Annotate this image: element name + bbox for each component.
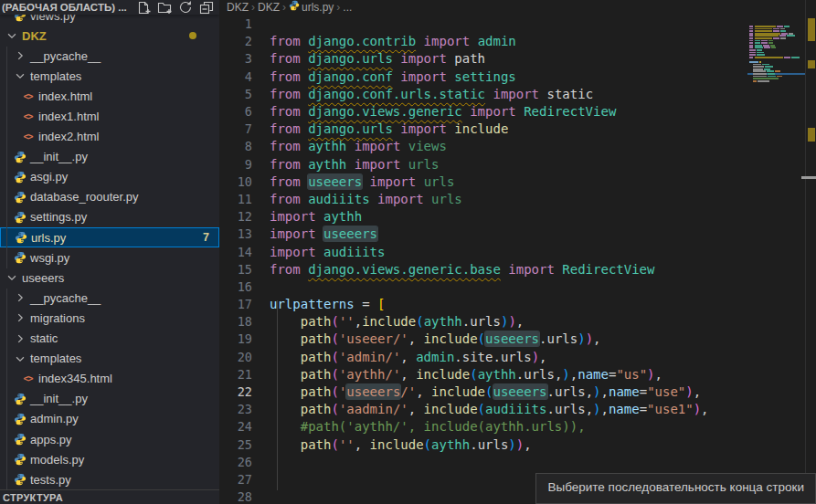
token: .urls, <box>546 402 593 416</box>
code-line-3[interactable]: 3from django.urls import path <box>219 50 816 68</box>
tree-item-settings-py[interactable]: settings.py <box>0 207 219 227</box>
minimap-bar <box>765 66 773 68</box>
code-line-16[interactable]: 16 <box>219 278 816 295</box>
minimap-bar <box>755 33 780 35</box>
code-line-23[interactable]: 23 path('aadmin/', include(audiiits.urls… <box>219 401 816 418</box>
token: 'aythh/' <box>339 367 400 382</box>
token <box>270 367 301 382</box>
line-number: 14 <box>219 245 252 259</box>
tree-item-templates[interactable]: templates <box>0 349 219 369</box>
tree-item-database-roouter-py[interactable]: database_roouter.py <box>0 187 219 207</box>
code-line-4[interactable]: 4from django.conf import settings <box>219 68 816 85</box>
overview-ruler[interactable] <box>805 0 816 504</box>
outline-section-header[interactable]: СТРУКТУРА <box>0 489 219 504</box>
token: ) <box>562 367 569 382</box>
explorer-section-header[interactable]: (РАБОЧАЯ ОБЛАСТЬ) ... <box>0 0 219 15</box>
code-line-22[interactable]: 22 path('useeers/', include(useeers.urls… <box>219 383 816 400</box>
new-file-icon[interactable] <box>136 0 151 15</box>
tree-item--pycache-[interactable]: __pycache__ <box>0 46 219 66</box>
code-line-2[interactable]: 2from django.contrib import admin <box>219 33 816 50</box>
code-line-15[interactable]: 15from django.views.generic.base import … <box>219 260 816 278</box>
tree-item-index345-html[interactable]: <>index345.html <box>0 369 219 389</box>
token: path <box>301 402 332 416</box>
line-number: 28 <box>219 489 252 504</box>
code-line-5[interactable]: 5from django.conf.urls.static import sta… <box>219 85 816 102</box>
new-folder-icon[interactable] <box>157 0 172 15</box>
tree-item-index-html[interactable]: <>index.html <box>0 86 219 106</box>
line-number: 24 <box>219 419 252 434</box>
token: urlpatterns <box>270 297 355 311</box>
code-line-12[interactable]: 12import aythh <box>219 208 816 226</box>
breadcrumb-item[interactable]: urls.py <box>289 0 334 14</box>
tree-item-index1-html[interactable]: <>index1.html <box>0 106 219 126</box>
tree-item--pycache-[interactable]: __pycache__ <box>0 288 219 308</box>
code-line-9[interactable]: 9from aythh import urls <box>219 155 816 173</box>
token: include <box>424 331 478 346</box>
breadcrumb-item[interactable]: ... <box>343 1 352 14</box>
tree-item-admin-py[interactable]: admin.py <box>0 409 219 429</box>
minimap-bar <box>749 30 753 32</box>
code-line-25[interactable]: 25 path('', include(aythh.urls)), <box>219 436 816 453</box>
code-line-26[interactable]: 26 <box>219 453 816 470</box>
code-line-24[interactable]: 24 #path('aythh/', include(aythh.urls)), <box>219 418 816 436</box>
tree-item--init-py[interactable]: __init__.py <box>0 389 219 409</box>
code-line-17[interactable]: 17urlpatterns = [ <box>219 296 816 313</box>
tree-item-asgi-py[interactable]: asgi.py <box>0 167 219 187</box>
minimap-bar <box>755 40 760 42</box>
code-line-19[interactable]: 19 path('useeer/', include(useeers.urls)… <box>219 331 816 348</box>
breadcrumb-item[interactable]: DKZ <box>258 1 280 14</box>
token: include <box>416 367 470 382</box>
code-line-1[interactable]: 1 <box>219 16 816 33</box>
tree-item-migrations[interactable]: migrations <box>0 308 219 328</box>
tree-item-urls-py[interactable]: urls.py7 <box>0 227 219 247</box>
code-line-7[interactable]: 7from django.urls import include <box>219 121 816 138</box>
tree-item--init-py[interactable]: __init__.py <box>0 147 219 167</box>
tree-item-dkz[interactable]: DKZ <box>0 26 219 46</box>
tree-item-label: templates <box>30 352 81 365</box>
tree-item-label: index1.html <box>38 110 99 123</box>
tree-item-wsgi-py[interactable]: wsgi.py <box>0 247 219 268</box>
tree-item-models-py[interactable]: models.py <box>0 449 219 469</box>
tree-item-apps-py[interactable]: apps.py <box>0 429 219 449</box>
token: ) <box>586 331 593 346</box>
tree-item-label: index345.html <box>38 372 112 385</box>
tree-item-useeers[interactable]: useeers <box>0 268 219 288</box>
code-line-20[interactable]: 20 path('admin/', admin.site.urls), <box>219 348 816 365</box>
collapse-all-icon[interactable] <box>199 0 214 15</box>
tree-item-index2-html[interactable]: <>index2.html <box>0 127 219 147</box>
line-number: 6 <box>219 104 252 119</box>
tree-item-tests-py[interactable]: tests.py <box>0 469 219 489</box>
code-line-14[interactable]: 14import audiiits <box>219 243 816 260</box>
minimap-bar <box>761 40 768 42</box>
token: .urls, <box>547 384 594 399</box>
token <box>301 69 308 84</box>
code-line-21[interactable]: 21 path('aythh/', include(aythh.urls,),n… <box>219 365 816 383</box>
code-line-18[interactable]: 18 path('',include(aythh.urls)), <box>219 313 816 331</box>
token: ) <box>593 384 600 399</box>
breadcrumb-separator-icon: › <box>251 1 255 14</box>
code-line-11[interactable]: 11from audiiits import urls <box>219 190 816 207</box>
code-line-10[interactable]: 10from useeers import urls <box>219 173 816 190</box>
code-line-13[interactable]: 13import useeers <box>219 226 816 243</box>
tree-item-static[interactable]: static <box>0 329 219 349</box>
line-number: 19 <box>219 331 252 346</box>
code-line-8[interactable]: 8from aythh import views <box>219 138 816 155</box>
breadcrumb-item[interactable]: DKZ <box>227 1 249 14</box>
refresh-icon[interactable] <box>178 0 193 15</box>
minimap-bar <box>753 76 767 78</box>
code-area[interactable]: 12from django.contrib import admin3from … <box>219 14 816 504</box>
line-number: 23 <box>219 402 252 416</box>
tree-item-templates[interactable]: templates <box>0 66 219 86</box>
token: from <box>270 87 301 101</box>
token: ) <box>532 350 539 364</box>
line-content: import aythh <box>270 209 362 224</box>
token: ( <box>331 314 338 329</box>
token <box>316 209 323 224</box>
minimap[interactable] <box>747 12 805 112</box>
html-code-icon: <> <box>20 110 36 124</box>
token: path <box>454 51 485 66</box>
line-number: 10 <box>219 174 252 189</box>
minimap-bar <box>749 61 758 63</box>
token: import <box>470 104 516 119</box>
code-line-6[interactable]: 6from django.views.generic import Redire… <box>219 102 816 120</box>
